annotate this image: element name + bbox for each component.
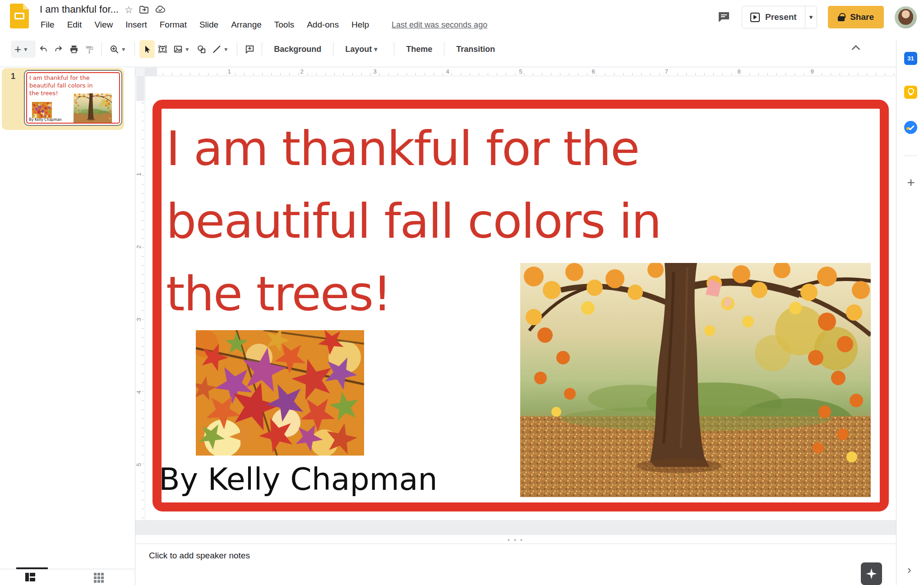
menu-tools[interactable]: Tools bbox=[274, 20, 294, 30]
last-edit-link[interactable]: Last edit was seconds ago bbox=[392, 20, 487, 30]
calendar-day-label: 31 bbox=[907, 55, 914, 62]
explore-star-icon bbox=[866, 568, 877, 579]
transition-button[interactable]: Transition bbox=[449, 40, 502, 58]
present-play-icon bbox=[750, 13, 760, 22]
line-caret-icon[interactable]: ▾ bbox=[224, 46, 232, 53]
thumbnail-leaves-image bbox=[32, 102, 52, 118]
new-slide-caret-icon[interactable]: ▾ bbox=[24, 46, 32, 53]
rail-divider bbox=[904, 156, 917, 156]
filmstrip-view-icon[interactable] bbox=[25, 573, 35, 581]
zoom-caret-icon[interactable]: ▾ bbox=[122, 46, 130, 53]
ruler-margin-block bbox=[145, 68, 157, 76]
menu-arrange[interactable]: Arrange bbox=[231, 20, 262, 30]
grid-view-icon[interactable] bbox=[94, 573, 104, 583]
menu-slide[interactable]: Slide bbox=[199, 20, 218, 30]
logo-slide-shape bbox=[14, 13, 24, 19]
zoom-button[interactable] bbox=[106, 40, 122, 58]
present-label: Present bbox=[765, 12, 797, 22]
layout-label: Layout bbox=[345, 45, 372, 54]
insert-image-button[interactable] bbox=[170, 40, 185, 58]
shape-tool-button[interactable] bbox=[194, 40, 209, 58]
menu-addons[interactable]: Add-ons bbox=[307, 20, 339, 30]
open-comments-icon[interactable] bbox=[717, 11, 731, 23]
undo-button[interactable] bbox=[36, 40, 51, 58]
menu-view[interactable]: View bbox=[94, 20, 113, 30]
speaker-notes-placeholder[interactable]: Click to add speaker notes bbox=[149, 551, 250, 561]
slide-filmstrip-panel: 1 I am thankful for the beautiful fall c… bbox=[0, 68, 135, 585]
title-line-1: I am thankful for the bbox=[166, 112, 661, 185]
slide-thumbnail[interactable]: I am thankful for the beautiful fall col… bbox=[24, 70, 122, 126]
explore-button[interactable] bbox=[861, 562, 882, 585]
drag-dots-icon: • • • bbox=[508, 537, 524, 544]
text-box-tool-button[interactable] bbox=[155, 40, 170, 58]
insert-comment-button[interactable] bbox=[242, 40, 257, 58]
line-tool-button[interactable] bbox=[209, 40, 224, 58]
move-to-folder-icon[interactable] bbox=[139, 5, 149, 14]
title-line-2: beautiful fall colors in bbox=[166, 185, 661, 258]
keep-icon[interactable] bbox=[904, 86, 917, 99]
speaker-notes-panel[interactable]: Click to add speaker notes bbox=[135, 544, 896, 585]
present-button[interactable]: Present ▾ bbox=[742, 6, 817, 28]
new-slide-button[interactable]: + ▾ bbox=[11, 41, 36, 58]
redo-button[interactable] bbox=[51, 40, 66, 58]
thumbnail-tree-image bbox=[74, 93, 112, 124]
share-label: Share bbox=[850, 12, 874, 22]
notes-resize-handle[interactable]: • • • bbox=[135, 535, 896, 544]
print-button[interactable] bbox=[66, 40, 82, 58]
calendar-icon[interactable]: 31 bbox=[904, 52, 917, 65]
menu-edit[interactable]: Edit bbox=[67, 20, 82, 30]
collapse-toolbar-icon[interactable] bbox=[851, 44, 861, 52]
canvas-background-gap bbox=[135, 520, 896, 535]
toolbar: + ▾ ▾ ▾ bbox=[0, 32, 896, 67]
select-tool-button[interactable] bbox=[139, 40, 155, 58]
hide-side-panel-icon[interactable]: › bbox=[907, 563, 911, 577]
menu-bar: File Edit View Insert Format Slide Arran… bbox=[41, 20, 487, 30]
google-slides-window: I am thankful for... ☆ File Edit View In… bbox=[0, 0, 924, 585]
menu-insert[interactable]: Insert bbox=[125, 20, 147, 30]
menu-file[interactable]: File bbox=[41, 20, 55, 30]
ruler-corner bbox=[135, 68, 145, 76]
account-avatar[interactable] bbox=[895, 6, 917, 28]
share-button[interactable]: Share bbox=[828, 6, 884, 28]
slide-image-autumn-tree[interactable] bbox=[520, 263, 871, 497]
lock-icon bbox=[838, 16, 845, 21]
menu-format[interactable]: Format bbox=[160, 20, 187, 30]
get-addons-icon[interactable]: + bbox=[904, 175, 918, 190]
cloud-saved-icon[interactable] bbox=[155, 5, 166, 14]
menu-help[interactable]: Help bbox=[351, 20, 369, 30]
layout-button[interactable]: Layout ▾ bbox=[338, 40, 389, 58]
slide-number: 1 bbox=[11, 72, 15, 81]
paint-format-button[interactable] bbox=[82, 40, 97, 58]
slide-page[interactable]: I am thankful for the beautiful fall col… bbox=[145, 76, 896, 520]
filmstrip-view-switcher bbox=[0, 569, 135, 585]
slide-byline-textbox[interactable]: By Kelly Chapman bbox=[159, 461, 438, 497]
plus-icon: + bbox=[14, 43, 21, 55]
theme-button[interactable]: Theme bbox=[399, 40, 439, 58]
layout-caret-icon: ▾ bbox=[374, 46, 382, 53]
top-bar: I am thankful for... ☆ File Edit View In… bbox=[0, 0, 924, 32]
logo-fold bbox=[23, 4, 29, 9]
thumbnail-byline-text: By Kelly Chapman bbox=[29, 118, 62, 122]
active-view-indicator bbox=[16, 567, 48, 569]
document-title[interactable]: I am thankful for... bbox=[40, 4, 119, 15]
tasks-icon[interactable] bbox=[904, 121, 917, 134]
present-dropdown[interactable]: ▾ bbox=[805, 6, 817, 28]
image-caret-icon[interactable]: ▾ bbox=[185, 46, 194, 53]
slide-thumbnail-selected[interactable]: 1 I am thankful for the beautiful fall c… bbox=[2, 68, 124, 130]
horizontal-ruler[interactable]: 1 2 3 4 5 6 7 8 9 bbox=[135, 68, 896, 76]
background-button[interactable]: Background bbox=[267, 40, 328, 58]
slide-image-fall-leaves[interactable] bbox=[196, 330, 364, 456]
thumbnail-slide-preview: I am thankful for the beautiful fall col… bbox=[26, 72, 120, 124]
star-icon[interactable]: ☆ bbox=[125, 5, 133, 14]
side-panel-rail: 31 + › bbox=[896, 41, 924, 585]
editor-canvas: 1 2 3 4 5 6 7 8 9 1 2 3 4 5 I am thankfu… bbox=[135, 68, 896, 585]
vertical-ruler[interactable]: 1 2 3 4 5 bbox=[135, 76, 145, 520]
ruler-scroll-cap bbox=[136, 76, 144, 101]
slides-logo[interactable] bbox=[10, 4, 29, 28]
